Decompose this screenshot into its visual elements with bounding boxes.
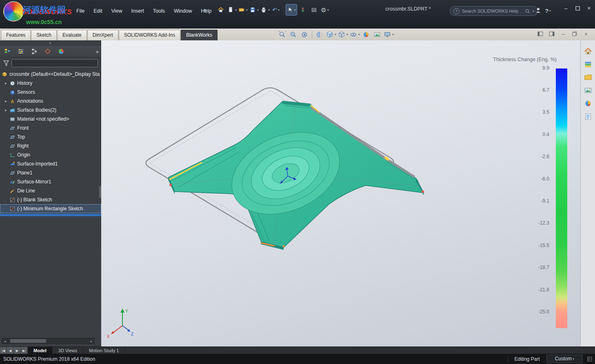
tab-features[interactable]: Features — [1, 30, 31, 40]
tab-scroll-right-button[interactable]: ▶ — [14, 347, 21, 354]
tree-item-right-plane[interactable]: Right — [0, 141, 101, 150]
tree-item-top-plane[interactable]: Top — [0, 132, 101, 141]
panel-overflow-chevron[interactable]: » — [96, 49, 99, 55]
property-sliders-icon — [18, 48, 24, 55]
tree-item-sensors[interactable]: Sensors — [0, 88, 101, 97]
triad-x-label: X — [107, 334, 110, 339]
tree-root-part[interactable]: crossmbr (Default<<Default>_Display Sta — [0, 70, 101, 79]
tab-scroll-first-button[interactable]: |◀ — [0, 347, 7, 354]
edit-appearance-button[interactable] — [361, 30, 371, 40]
tree-item-die-line[interactable]: Die Line — [0, 186, 101, 195]
configuration-dropdown[interactable]: Custom — [546, 355, 583, 363]
tree-item-surface-bodies[interactable]: ▸ Surface Bodies(2) — [0, 106, 101, 115]
selection-filter-button[interactable] — [298, 4, 308, 15]
tree-item-blank-sketch[interactable]: (-) Blank Sketch — [0, 195, 101, 204]
tab-blankworks[interactable]: BlankWorks — [181, 30, 218, 40]
tab-scroll-last-button[interactable]: ▶| — [21, 347, 28, 354]
dock-pane-left-button[interactable] — [536, 30, 544, 38]
print-button[interactable] — [260, 4, 270, 15]
legend-value: -15.5 — [524, 243, 549, 248]
menu-file[interactable]: File — [72, 6, 89, 16]
window-close-button[interactable]: × — [584, 3, 594, 13]
window-maximize-button[interactable] — [572, 3, 583, 13]
open-button[interactable] — [238, 4, 248, 15]
select-tool-button[interactable] — [286, 4, 297, 15]
graphics-viewport[interactable]: Y X Z Thickness Change (Eng. %) 9.9 6.7 … — [101, 40, 580, 346]
legend-value: -21.8 — [524, 287, 549, 293]
tab-3d-views[interactable]: 3D Views — [53, 347, 83, 354]
undo-button[interactable]: ↶ — [271, 4, 281, 15]
view-orientation-button[interactable] — [326, 30, 336, 40]
dock-pane-right-button[interactable] — [548, 30, 556, 38]
custom-properties-button[interactable] — [582, 111, 594, 122]
save-button[interactable] — [249, 4, 259, 15]
tree-item-minimum-rectangle-sketch[interactable]: (-) Minimum Rectangle Sketch — [0, 204, 101, 213]
tab-scroll-left-button[interactable]: ◀ — [7, 347, 14, 354]
resources-button[interactable] — [582, 46, 594, 57]
pin-menubar-button[interactable] — [201, 7, 210, 15]
scroll-right-icon[interactable]: ▸ — [89, 339, 94, 343]
tree-item-surface-imported[interactable]: Surface-Imported1 — [0, 159, 101, 168]
panel-splitter-handle[interactable]: ● — [0, 40, 101, 46]
doc-minimize-button[interactable]: – — [559, 30, 567, 38]
hide-show-items-button[interactable] — [349, 30, 360, 40]
login-button[interactable] — [535, 6, 542, 14]
home-button[interactable] — [215, 4, 226, 15]
menu-tools[interactable]: Tools — [149, 6, 169, 16]
help-menu-button[interactable]: ? — [545, 6, 551, 15]
view-settings-button[interactable] — [383, 30, 394, 40]
dimxpertmanager-tab[interactable] — [43, 47, 53, 56]
menu-window[interactable]: Window — [169, 6, 196, 16]
zoom-area-button[interactable] — [289, 30, 298, 40]
window-minimize-button[interactable]: – — [561, 3, 571, 13]
tab-dimxpert[interactable]: DimXpert — [87, 30, 118, 40]
previous-view-button[interactable] — [300, 30, 309, 40]
propertymanager-tab[interactable] — [16, 47, 26, 56]
tree-item-front-plane[interactable]: Front — [0, 124, 101, 132]
zoom-fit-button[interactable] — [278, 30, 287, 40]
rollback-bar[interactable] — [0, 214, 101, 216]
doc-restore-button[interactable] — [571, 30, 579, 38]
menu-view[interactable]: View — [107, 6, 127, 16]
tab-sketch[interactable]: Sketch — [31, 30, 57, 40]
scroll-left-icon[interactable]: ◂ — [2, 339, 8, 343]
tree-item-surface-mirror[interactable]: Surface-Mirror1 — [0, 177, 101, 186]
scrollbar-thumb[interactable] — [10, 339, 46, 343]
task-scheduler-button[interactable] — [309, 4, 319, 15]
apply-scene-button[interactable] — [372, 30, 382, 40]
options-button[interactable]: ⚙ — [320, 4, 330, 15]
doc-close-button[interactable]: × — [582, 30, 590, 38]
featuremanager-tab[interactable] — [2, 47, 12, 56]
expand-arrow-icon[interactable]: ▸ — [4, 81, 8, 85]
tree-item-plane1[interactable]: Plane1 — [0, 168, 101, 177]
new-document-button[interactable] — [226, 4, 237, 15]
expand-arrow-icon[interactable]: ▸ — [4, 108, 8, 112]
tab-evaluate[interactable]: Evaluate — [57, 30, 87, 40]
tree-horizontal-scrollbar[interactable]: ◂ ▸ — [2, 338, 95, 344]
viewport-canvas[interactable]: Y X Z — [101, 40, 580, 346]
menu-edit[interactable]: Edit — [89, 6, 107, 16]
search-dropdown-icon[interactable]: ▾ — [533, 9, 534, 13]
design-library-button[interactable] — [582, 59, 594, 70]
configurationmanager-tab[interactable] — [29, 47, 39, 56]
tree-item-material[interactable]: Material <not specified> — [0, 115, 101, 124]
status-sheet-icon[interactable] — [587, 356, 593, 362]
hud-separator — [312, 31, 312, 38]
tree-item-history[interactable]: ▸ History — [0, 79, 101, 88]
tab-solidworks-addins[interactable]: SOLIDWORKS Add-Ins — [119, 30, 180, 40]
displaymanager-tab[interactable] — [56, 47, 66, 56]
expand-arrow-icon[interactable]: ▸ — [4, 99, 8, 103]
tree-filter-row — [0, 57, 101, 69]
tab-model[interactable]: Model — [28, 347, 53, 354]
tab-motion-study[interactable]: Motion Study 1 — [83, 347, 125, 354]
tree-filter-input[interactable] — [11, 59, 98, 67]
file-explorer-button[interactable] — [582, 72, 594, 83]
tree-item-origin[interactable]: Origin — [0, 150, 101, 159]
section-view-button[interactable] — [315, 30, 324, 40]
view-palette-button[interactable] — [582, 85, 594, 96]
menu-insert[interactable]: Insert — [127, 6, 149, 16]
tree-item-annotations[interactable]: ▸ A Annotations — [0, 97, 101, 106]
appearances-button[interactable] — [582, 98, 594, 109]
help-search-box[interactable]: ? Search SOLIDWORKS Help ▾ — [450, 6, 538, 16]
display-style-button[interactable] — [337, 30, 348, 40]
